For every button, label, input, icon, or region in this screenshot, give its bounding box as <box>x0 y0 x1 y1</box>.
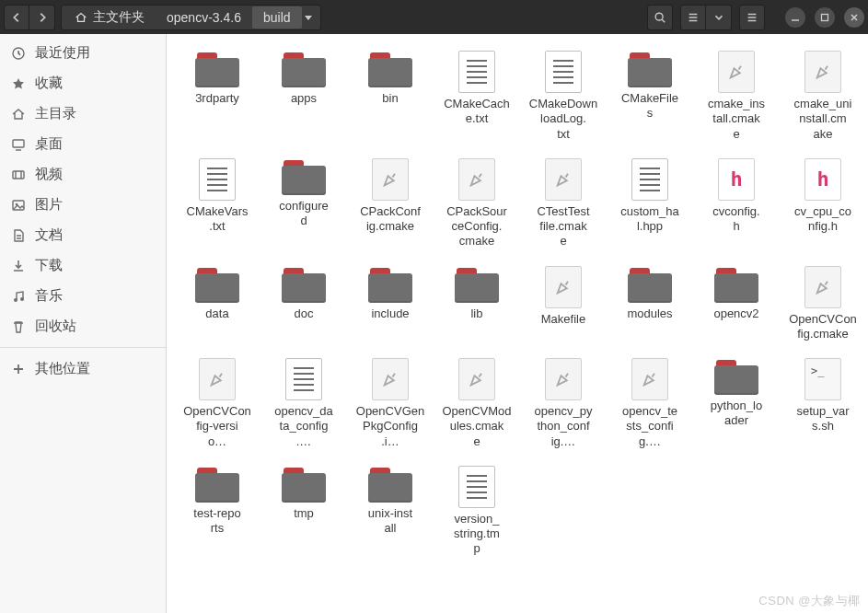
view-options-button[interactable] <box>706 5 732 30</box>
forward-button[interactable] <box>29 5 55 30</box>
folder-item[interactable]: 3rdparty <box>174 43 260 151</box>
file-item[interactable]: OpenCVMod ules.cmak e <box>434 351 520 458</box>
file-label: opencv_py thon_conf ig.… <box>535 404 593 449</box>
file-item[interactable]: cmake_uni nstall.cm ake <box>780 43 866 151</box>
folder-item[interactable]: data <box>174 259 260 352</box>
chevron-down-icon <box>712 11 725 24</box>
folder-item[interactable]: test-repo rts <box>174 458 260 566</box>
shell-file-icon: >_ <box>804 358 841 400</box>
file-item[interactable]: opencv_te sts_confi g.… <box>607 351 693 458</box>
file-label: cmake_uni nstall.cm ake <box>794 97 852 142</box>
file-label: OpenCVCon fig.cmake <box>789 312 857 342</box>
image-icon <box>11 198 26 213</box>
folder-item[interactable]: unix-inst all <box>347 458 434 566</box>
build-file-icon <box>718 51 755 93</box>
file-label: python_lo ader <box>711 399 762 429</box>
file-item[interactable]: CPackSour ceConfig. cmake <box>434 151 520 259</box>
sidebar-item-label: 回收站 <box>35 318 76 335</box>
maximize-icon <box>820 13 829 22</box>
folder-item[interactable]: configure d <box>260 151 347 259</box>
folder-item[interactable]: apps <box>260 43 347 151</box>
file-label: Makefile <box>541 312 585 327</box>
file-label: include <box>371 306 409 321</box>
search-button[interactable] <box>647 5 673 30</box>
sidebar-item-star[interactable]: 收藏 <box>0 68 166 98</box>
minimize-button[interactable] <box>785 7 805 28</box>
build-file-icon <box>372 158 409 201</box>
breadcrumb-item[interactable]: 主文件夹 <box>64 6 156 29</box>
file-label: custom_ha l.hpp <box>620 204 679 235</box>
sidebar-item-music[interactable]: 音乐 <box>0 281 166 311</box>
file-label: CPackSour ceConfig. cmake <box>446 204 507 249</box>
minimize-icon <box>791 13 800 22</box>
file-label: CMakeDown loadLog. txt <box>529 97 597 142</box>
home-icon <box>11 107 26 121</box>
sidebar-item-document[interactable]: 文档 <box>0 220 166 250</box>
back-button[interactable] <box>4 5 29 30</box>
sidebar-item-clock[interactable]: 最近使用 <box>0 38 166 68</box>
file-item[interactable]: CTestTest file.cmak e <box>520 151 607 259</box>
breadcrumb-item[interactable]: build <box>252 6 302 29</box>
folder-item[interactable]: lib <box>434 259 520 352</box>
build-file-icon <box>458 158 495 201</box>
close-button[interactable] <box>844 7 864 28</box>
file-item[interactable]: CMakeVars .txt <box>174 151 260 259</box>
plus-icon <box>11 362 26 376</box>
svg-rect-1 <box>822 14 828 20</box>
file-item[interactable]: cmake_ins tall.cmak e <box>693 43 780 151</box>
sidebar-item-video[interactable]: 视频 <box>0 159 166 190</box>
file-item[interactable]: custom_ha l.hpp <box>607 151 693 259</box>
file-item[interactable]: OpenCVCon fig-versi o… <box>174 351 260 458</box>
home-icon <box>75 11 87 24</box>
file-item[interactable]: hcv_cpu_co nfig.h <box>780 151 866 259</box>
build-file-icon <box>458 358 495 400</box>
file-item[interactable]: opencv_da ta_config .… <box>260 351 347 458</box>
folder-item[interactable]: include <box>347 259 434 352</box>
folder-icon <box>282 52 326 87</box>
search-icon <box>654 11 666 24</box>
svg-point-0 <box>655 13 663 20</box>
folder-item[interactable]: modules <box>607 259 693 352</box>
music-icon <box>11 289 26 304</box>
file-item[interactable]: hcvconfig. h <box>693 151 780 259</box>
folder-item[interactable]: bin <box>347 43 434 151</box>
file-item[interactable]: OpenCVCon fig.cmake <box>780 259 866 352</box>
sidebar-item-label: 文档 <box>35 226 63 244</box>
file-label: version_ string.tm p <box>454 512 500 557</box>
file-item[interactable]: CMakeCach e.txt <box>434 43 520 151</box>
file-item[interactable]: >_setup_var s.sh <box>780 351 866 458</box>
breadcrumb-dropdown[interactable] <box>302 9 318 26</box>
list-view-button[interactable] <box>680 5 706 30</box>
folder-item[interactable]: CMakeFile s <box>607 43 693 151</box>
sidebar-item-trash[interactable]: 回收站 <box>0 311 166 341</box>
file-label: cmake_ins tall.cmak e <box>708 97 765 142</box>
file-grid: 3rdpartyappsbinCMakeCach e.txtCMakeDown … <box>174 43 866 566</box>
sidebar-item-image[interactable]: 图片 <box>0 190 166 220</box>
file-label: tmp <box>294 506 314 521</box>
file-label: cv_cpu_co nfig.h <box>794 204 851 235</box>
file-item[interactable]: opencv_py thon_conf ig.… <box>520 351 607 458</box>
file-label: apps <box>291 91 317 106</box>
file-label: unix-inst all <box>368 506 412 537</box>
file-item[interactable]: Makefile <box>520 259 607 352</box>
folder-item[interactable]: python_lo ader <box>693 351 780 458</box>
folder-item[interactable]: doc <box>260 259 347 352</box>
file-item[interactable]: OpenCVGen PkgConfig .i… <box>347 351 434 458</box>
chevron-right-icon <box>36 11 49 24</box>
file-label: opencv_te sts_confi g.… <box>622 404 677 449</box>
hamburger-menu-button[interactable] <box>739 5 765 30</box>
breadcrumb-item[interactable]: opencv-3.4.6 <box>156 6 252 29</box>
folder-item[interactable]: opencv2 <box>693 259 780 352</box>
sidebar: 最近使用收藏主目录桌面视频图片文档下载音乐回收站其他位置 <box>0 34 167 613</box>
folder-item[interactable]: tmp <box>260 458 347 566</box>
file-item[interactable]: CMakeDown loadLog. txt <box>520 43 607 151</box>
sidebar-item-home[interactable]: 主目录 <box>0 98 166 129</box>
maximize-button[interactable] <box>815 7 835 28</box>
folder-icon <box>282 468 326 503</box>
file-item[interactable]: version_ string.tm p <box>434 458 520 566</box>
sidebar-item-desktop[interactable]: 桌面 <box>0 129 166 159</box>
sidebar-item-download[interactable]: 下载 <box>0 250 166 281</box>
sidebar-item-other-locations[interactable]: 其他位置 <box>0 353 166 384</box>
file-label: bin <box>382 91 398 106</box>
file-item[interactable]: CPackConf ig.cmake <box>347 151 434 259</box>
